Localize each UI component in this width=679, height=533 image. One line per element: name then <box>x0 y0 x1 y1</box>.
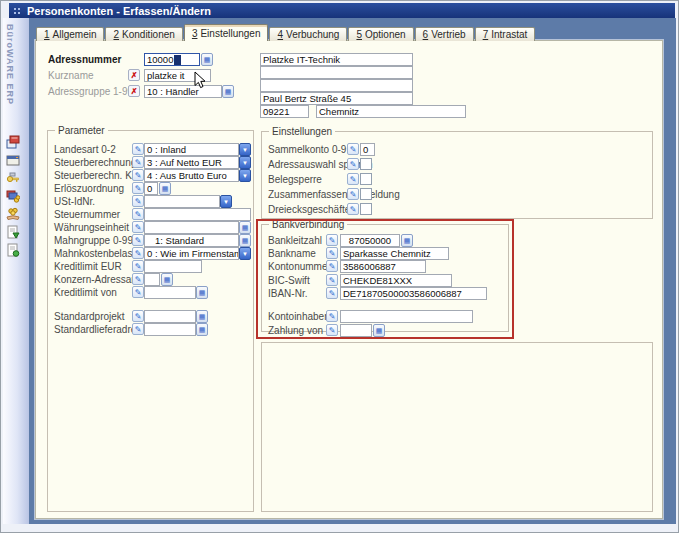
edit-field-icon[interactable]: ✎ <box>132 169 144 181</box>
verified-document-icon[interactable] <box>6 243 20 257</box>
edit-field-icon[interactable]: ✎ <box>347 143 359 155</box>
cards-coins-icon[interactable] <box>6 189 20 203</box>
erloeszuordnung-input[interactable]: 0 <box>144 182 158 195</box>
edit-field-icon[interactable]: ✎ <box>132 286 144 298</box>
konzern-adressart-lookup-button[interactable]: ▦ <box>161 273 173 286</box>
ust-idnr-select[interactable] <box>144 195 220 208</box>
einstellungen-group-title: Einstellungen <box>269 126 335 137</box>
clear-field-icon[interactable]: ✗ <box>128 85 140 97</box>
waehrungseinheit-input[interactable] <box>144 221 239 234</box>
waehrungseinheit-lookup-button[interactable]: ▦ <box>239 221 251 234</box>
edit-field-icon[interactable]: ✎ <box>132 234 144 246</box>
dropdown-arrow-icon[interactable]: ▼ <box>239 156 251 169</box>
address-group-lookup-button[interactable]: ▦ <box>222 85 234 98</box>
belegsperre-label: Belegsperre <box>268 173 322 186</box>
tab-intrastat[interactable]: 7Intrastat <box>475 27 536 41</box>
card-index-icon[interactable] <box>6 135 20 149</box>
edit-field-icon[interactable]: ✎ <box>132 260 144 272</box>
zahlung-von-input[interactable] <box>340 324 372 337</box>
mahngruppe-label: Mahngruppe 0-99 <box>54 234 133 247</box>
hand-coins-icon[interactable] <box>6 207 20 221</box>
edit-field-icon[interactable]: ✎ <box>347 158 359 170</box>
company-name3-input[interactable] <box>260 79 413 92</box>
key-icon[interactable] <box>6 171 20 185</box>
edit-field-icon[interactable]: ✎ <box>132 156 144 168</box>
zahlung-von-lookup-button[interactable]: ▦ <box>373 324 385 337</box>
bankverbindung-group: Bankverbindung Bankleitzahl ✎ 87050000 ▦… <box>261 224 509 332</box>
dropdown-arrow-icon[interactable]: ▼ <box>239 247 251 260</box>
window-icon[interactable] <box>6 153 20 167</box>
tab-konditionen[interactable]: 2Konditionen <box>105 27 182 41</box>
kreditlimit-von-lookup-button[interactable]: ▦ <box>196 286 208 299</box>
address-number-lookup-button[interactable]: ▦ <box>201 53 213 66</box>
export-document-icon[interactable] <box>6 225 20 239</box>
edit-field-icon[interactable]: ✎ <box>347 173 359 185</box>
edit-field-icon[interactable]: ✎ <box>347 188 359 200</box>
belegsperre-checkbox[interactable] <box>360 173 372 185</box>
mahngruppe-lookup-button[interactable]: ▦ <box>239 234 251 247</box>
dreiecksgeschaefte-checkbox[interactable] <box>360 203 372 215</box>
standardlieferadresse-lookup-button[interactable]: ▦ <box>196 323 208 336</box>
adressauswahl-sperren-checkbox[interactable] <box>360 158 372 170</box>
address-number-input[interactable]: 10000 <box>144 53 200 66</box>
kreditlimit-eur-input[interactable] <box>144 260 202 273</box>
sammelkonto-input[interactable]: 0 <box>360 143 375 156</box>
konzern-adressart-input[interactable] <box>144 273 160 286</box>
edit-field-icon[interactable]: ✎ <box>326 247 338 259</box>
landesart-select[interactable]: 0 : Inland <box>144 143 239 156</box>
mahngruppe-input[interactable]: 1: Standard <box>144 234 239 247</box>
kontonummer-input[interactable]: 3586006887 <box>340 260 426 273</box>
erloeszuordnung-lookup-button[interactable]: ▦ <box>159 182 171 195</box>
steuerberechn-kasse-select[interactable]: 4 : Aus Brutto Euro <box>144 169 239 182</box>
company-name2-input[interactable] <box>260 66 413 79</box>
steuernummer-input[interactable] <box>144 208 251 221</box>
bankleitzahl-lookup-button[interactable]: ▦ <box>401 234 413 247</box>
zusammenfassende-meldung-checkbox[interactable] <box>360 188 372 200</box>
edit-field-icon[interactable]: ✎ <box>326 274 338 286</box>
tab-verbuchung[interactable]: 4Verbuchung <box>269 27 347 41</box>
edit-field-icon[interactable]: ✎ <box>132 221 144 233</box>
bankname-input[interactable]: Sparkasse Chemnitz <box>340 247 449 260</box>
standardprojekt-lookup-button[interactable]: ▦ <box>196 310 208 323</box>
edit-field-icon[interactable]: ✎ <box>326 234 338 246</box>
edit-field-icon[interactable]: ✎ <box>326 324 338 336</box>
street-input[interactable]: Paul Bertz Straße 45 <box>260 92 413 105</box>
edit-field-icon[interactable]: ✎ <box>326 260 338 272</box>
dropdown-arrow-icon[interactable]: ▼ <box>239 169 251 182</box>
edit-field-icon[interactable]: ✎ <box>132 195 144 207</box>
edit-field-icon[interactable]: ✎ <box>132 310 144 322</box>
steuerberechnung-select[interactable]: 3 : Auf Netto EUR <box>144 156 239 169</box>
tab-vertrieb[interactable]: 6Vertrieb <box>415 27 474 41</box>
tab-optionen[interactable]: 5Optionen <box>348 27 413 41</box>
bankleitzahl-input[interactable]: 87050000 <box>340 234 400 247</box>
mahnkostenbelastung-select[interactable]: 0 : Wie im Firmenstamm eing <box>144 247 239 260</box>
bic-swift-input[interactable]: CHEKDE81XXX <box>340 274 452 287</box>
sidebar-icon-column <box>6 135 20 257</box>
clear-field-icon[interactable]: ✗ <box>128 69 140 81</box>
tab-allgemein[interactable]: 1Allgemein <box>36 27 104 41</box>
edit-field-icon[interactable]: ✎ <box>132 323 144 335</box>
edit-field-icon[interactable]: ✎ <box>132 273 144 285</box>
edit-field-icon[interactable]: ✎ <box>326 310 338 322</box>
iban-input[interactable]: DE71870500003586006887 <box>340 287 487 300</box>
edit-field-icon[interactable]: ✎ <box>326 287 338 299</box>
dropdown-arrow-icon[interactable]: ▼ <box>220 195 232 208</box>
city-input[interactable]: Chemnitz <box>316 105 466 118</box>
short-name-input[interactable]: platzke it <box>144 69 211 82</box>
standardprojekt-input[interactable] <box>144 310 196 323</box>
dropdown-arrow-icon[interactable]: ▼ <box>239 143 251 156</box>
edit-field-icon[interactable]: ✎ <box>132 182 144 194</box>
zip-input[interactable]: 09221 <box>260 105 309 118</box>
edit-field-icon[interactable]: ✎ <box>132 208 144 220</box>
company-name-input[interactable]: Platzke IT-Technik <box>260 53 413 66</box>
kontoinhaber-input[interactable] <box>340 310 473 323</box>
edit-field-icon[interactable]: ✎ <box>132 247 144 259</box>
tab-einstellungen[interactable]: 3Einstellungen <box>184 24 269 41</box>
kreditlimit-von-input[interactable] <box>144 286 196 299</box>
edit-field-icon[interactable]: ✎ <box>132 143 144 155</box>
brand-vertical-label: BüroWARE ERP <box>5 24 15 144</box>
address-group-select[interactable]: 10 : Händler <box>144 85 222 98</box>
standardlieferadresse-input[interactable] <box>144 323 196 336</box>
address-number-label: Adressnummer <box>48 53 121 66</box>
edit-field-icon[interactable]: ✎ <box>347 203 359 215</box>
